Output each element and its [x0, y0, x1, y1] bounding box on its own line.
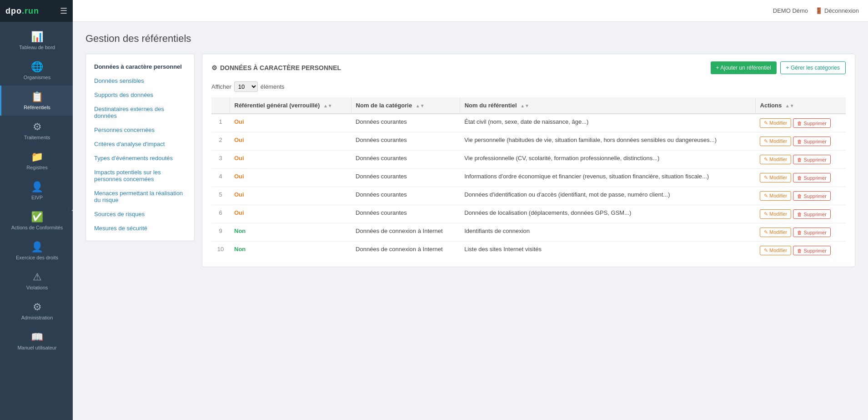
- row-categorie: Données de connexion à Internet: [351, 223, 460, 242]
- sidebar-label-administration: Administration: [21, 315, 53, 320]
- row-general: Non: [230, 242, 351, 260]
- sidebar-item-referentiels[interactable]: 📋 Référentiels: [0, 86, 73, 116]
- delete-button[interactable]: 🗑 Supprimer: [793, 246, 831, 255]
- logout-label: Déconnexion: [824, 7, 859, 14]
- organismes-icon: 🌐: [31, 61, 43, 73]
- table-row: 1 Oui Données courantes État civil (nom,…: [211, 114, 846, 132]
- left-menu-item-supports-donnees[interactable]: Supports des données: [86, 88, 194, 102]
- row-actions: ✎ Modifier 🗑 Supprimer: [755, 223, 846, 242]
- sidebar-item-actions-conformites[interactable]: ✅ Actions de Conformités: [0, 206, 73, 236]
- table-row: 5 Oui Données courantes Données d'identi…: [211, 187, 846, 205]
- action-buttons: ✎ Modifier 🗑 Supprimer: [760, 228, 841, 237]
- row-num: 5: [211, 187, 230, 205]
- general-value: Oui: [234, 191, 244, 198]
- action-buttons: ✎ Modifier 🗑 Supprimer: [760, 246, 841, 255]
- row-num: 3: [211, 151, 230, 169]
- col-actions: Actions ▲▼: [755, 97, 846, 114]
- general-value: Non: [234, 228, 246, 234]
- edit-button[interactable]: ✎ Modifier: [760, 173, 791, 182]
- panel-header: ⚙ DONNÉES À CARACTÈRE PERSONNEL + Ajoute…: [211, 61, 846, 74]
- manage-categories-button[interactable]: + Gérer les catégories: [780, 61, 846, 74]
- sidebar-item-exercice-droits[interactable]: 👤 Exercice des droits: [0, 236, 73, 266]
- sidebar-item-registres[interactable]: 📁 Registres: [0, 146, 73, 176]
- row-num: 1: [211, 114, 230, 132]
- table-row: 6 Oui Données courantes Données de local…: [211, 205, 846, 223]
- left-menu-item-criteres-analyse[interactable]: Critères d'analyse d'impact: [86, 137, 194, 151]
- left-menu-item-impacts-potentiels[interactable]: Impacts potentiels sur les personnes con…: [86, 165, 194, 186]
- add-referentiel-button[interactable]: + Ajouter un référentiel: [711, 61, 777, 74]
- sidebar-item-tableau-de-bord[interactable]: 📊 Tableau de bord: [0, 25, 73, 56]
- edit-button[interactable]: ✎ Modifier: [760, 155, 791, 164]
- delete-button[interactable]: 🗑 Supprimer: [793, 155, 831, 164]
- row-num: 10: [211, 242, 230, 260]
- general-value: Oui: [234, 209, 244, 216]
- delete-button[interactable]: 🗑 Supprimer: [793, 173, 831, 182]
- delete-button[interactable]: 🗑 Supprimer: [793, 137, 831, 146]
- left-menu-item-mesures-securite[interactable]: Mesures de sécurité: [86, 221, 194, 235]
- hamburger-icon[interactable]: ☰: [60, 6, 67, 16]
- sidebar-label-registres: Registres: [26, 165, 47, 170]
- row-general: Oui: [230, 114, 351, 132]
- sidebar-label-referentiels: Référentiels: [24, 105, 50, 110]
- topbar-user: DEMO Démo: [773, 7, 808, 14]
- table-row: 2 Oui Données courantes Vie personnelle …: [211, 132, 846, 151]
- left-menu-item-menaces[interactable]: Menaces permettant la réalisation du ris…: [86, 186, 194, 207]
- dashboard-icon: 📊: [31, 31, 43, 43]
- col-general[interactable]: Référentiel général (verrouillé) ▲▼: [230, 97, 351, 114]
- edit-button[interactable]: ✎ Modifier: [760, 118, 791, 128]
- sidebar-header: dpo.run ☰: [0, 0, 73, 22]
- left-menu-item-types-evenements[interactable]: Types d'événements redoutés: [86, 151, 194, 165]
- row-actions: ✎ Modifier 🗑 Supprimer: [755, 169, 846, 187]
- left-menu-item-sources-risques[interactable]: Sources de risques: [86, 207, 194, 221]
- action-buttons: ✎ Modifier 🗑 Supprimer: [760, 173, 841, 182]
- row-general: Oui: [230, 151, 351, 169]
- sidebar-label-exercice-droits: Exercice des droits: [16, 255, 58, 260]
- delete-button[interactable]: 🗑 Supprimer: [793, 228, 831, 237]
- general-value: Oui: [234, 173, 244, 180]
- table-row: 9 Non Données de connexion à Internet Id…: [211, 223, 846, 242]
- show-label: Afficher: [211, 83, 231, 90]
- sidebar-item-manuel[interactable]: 📖 Manuel utilisateur: [0, 326, 73, 356]
- col-categorie[interactable]: Nom de la catégorie ▲▼: [351, 97, 460, 114]
- general-value: Oui: [234, 155, 244, 162]
- table-row: 10 Non Données de connexion à Internet L…: [211, 242, 846, 260]
- delete-button[interactable]: 🗑 Supprimer: [793, 118, 831, 128]
- row-categorie: Données courantes: [351, 169, 460, 187]
- col-num: [211, 97, 230, 114]
- delete-button[interactable]: 🗑 Supprimer: [793, 191, 831, 201]
- row-num: 4: [211, 169, 230, 187]
- per-page-select[interactable]: 10 25 50 100: [234, 81, 258, 92]
- row-categorie: Données courantes: [351, 114, 460, 132]
- conformites-icon: ✅: [31, 211, 43, 223]
- general-value: Oui: [234, 118, 244, 125]
- sort-general-icon: ▲▼: [323, 103, 332, 108]
- row-categorie: Données courantes: [351, 205, 460, 223]
- edit-button[interactable]: ✎ Modifier: [760, 209, 791, 219]
- sidebar-item-violations[interactable]: ⚠ Violations: [0, 266, 73, 296]
- edit-button[interactable]: ✎ Modifier: [760, 137, 791, 146]
- col-nom[interactable]: Nom du référentiel ▲▼: [460, 97, 755, 114]
- sidebar-item-administration[interactable]: ⚙ Administration: [0, 296, 73, 326]
- main-content: DEMO Démo 🚪 Déconnexion Gestion des réfé…: [73, 0, 868, 420]
- content-wrapper: Données à caractère personnel Données se…: [85, 54, 855, 267]
- action-buttons: ✎ Modifier 🗑 Supprimer: [760, 137, 841, 146]
- logout-button[interactable]: 🚪 Déconnexion: [815, 7, 859, 14]
- edit-button[interactable]: ✎ Modifier: [760, 246, 791, 255]
- row-nom: Vie personnelle (habitudes de vie, situa…: [460, 132, 755, 151]
- left-menu-item-donnees-personnelles[interactable]: Données à caractère personnel: [86, 60, 194, 74]
- edit-button[interactable]: ✎ Modifier: [760, 228, 791, 237]
- left-menu-item-donnees-sensibles[interactable]: Données sensibles: [86, 74, 194, 88]
- edit-button[interactable]: ✎ Modifier: [760, 191, 791, 201]
- sidebar-label-actions-conformites: Actions de Conformités: [11, 225, 63, 230]
- sidebar-item-eivp[interactable]: 👤 EIVP: [0, 176, 73, 206]
- left-menu-item-personnes-concernees[interactable]: Personnes concernées: [86, 123, 194, 137]
- left-menu-item-destinataires[interactable]: Destinataires externes des données: [86, 102, 194, 123]
- eivp-icon: 👤: [31, 181, 43, 193]
- registres-icon: 📁: [31, 151, 43, 163]
- row-nom: Données d'identification ou d'accès (ide…: [460, 187, 755, 205]
- row-general: Oui: [230, 132, 351, 151]
- sidebar-item-organismes[interactable]: 🌐 Organismes: [0, 56, 73, 86]
- sidebar-item-traitements[interactable]: ⚙ Traitements: [0, 116, 73, 146]
- action-buttons: ✎ Modifier 🗑 Supprimer: [760, 155, 841, 164]
- delete-button[interactable]: 🗑 Supprimer: [793, 209, 831, 219]
